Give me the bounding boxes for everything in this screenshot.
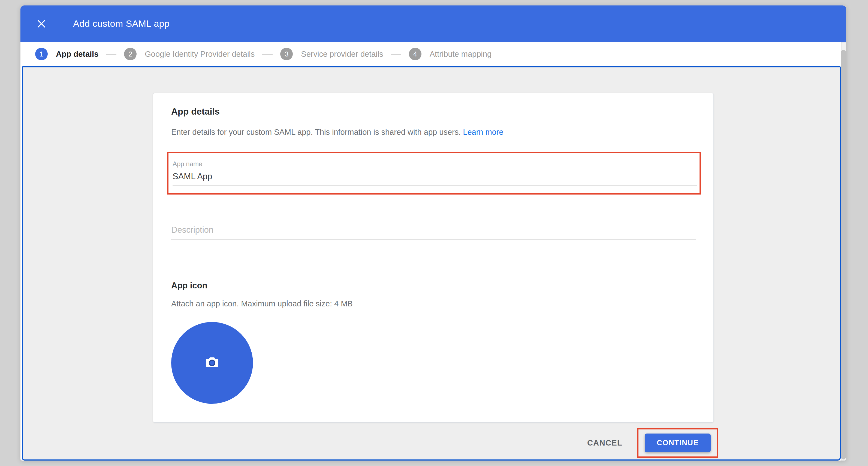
stepper-step-attribute-mapping: 4 Attribute mapping <box>409 48 492 60</box>
description-input[interactable] <box>171 225 696 240</box>
footer-actions: CANCEL CONTINUE <box>587 428 718 458</box>
stepper-separator <box>391 54 401 55</box>
step-label: Google Identity Provider details <box>145 50 255 59</box>
wizard-content-region: App details Enter details for your custo… <box>22 66 841 461</box>
stepper-step-service-provider-details: 3 Service provider details <box>280 48 383 60</box>
section-description-text: Enter details for your custom SAML app. … <box>171 128 461 137</box>
app-icon-description: Attach an app icon. Maximum upload file … <box>171 299 695 308</box>
app-details-card: App details Enter details for your custo… <box>153 93 714 423</box>
app-icon-upload-button[interactable] <box>171 322 253 404</box>
stepper-step-google-idp-details: 2 Google Identity Provider details <box>124 48 255 60</box>
stepper-separator <box>106 54 116 55</box>
section-description: Enter details for your custom SAML app. … <box>171 128 695 137</box>
add-custom-saml-app-dialog: Add custom SAML app 1 App details 2 Goog… <box>21 5 846 461</box>
close-icon[interactable] <box>35 18 48 30</box>
step-number-badge: 4 <box>409 48 422 60</box>
stepper-separator <box>262 54 273 55</box>
app-name-field-label: App name <box>173 160 700 168</box>
step-number-badge: 2 <box>124 48 136 60</box>
camera-icon <box>206 356 219 370</box>
step-label: Attribute mapping <box>430 50 492 59</box>
section-heading-app-details: App details <box>171 107 695 117</box>
section-heading-app-icon: App icon <box>171 281 695 291</box>
annotation-box-app-name: App name <box>167 152 701 195</box>
cancel-button[interactable]: CANCEL <box>587 438 622 447</box>
scrollbar-thumb[interactable] <box>841 50 846 460</box>
dialog-title: Add custom SAML app <box>73 18 169 29</box>
annotation-box-continue: CONTINUE <box>637 428 718 458</box>
step-number-badge: 3 <box>280 48 293 60</box>
step-label: App details <box>56 50 98 59</box>
learn-more-link[interactable]: Learn more <box>463 128 503 137</box>
scrollbar-track[interactable] <box>841 42 846 461</box>
step-number-badge: 1 <box>35 48 48 60</box>
continue-button[interactable]: CONTINUE <box>645 434 711 453</box>
dialog-header: Add custom SAML app <box>21 5 846 42</box>
step-label: Service provider details <box>301 50 383 59</box>
wizard-stepper: 1 App details 2 Google Identity Provider… <box>21 42 841 66</box>
app-name-input[interactable] <box>173 172 698 186</box>
desktop-background: Add custom SAML app 1 App details 2 Goog… <box>0 0 868 466</box>
stepper-step-app-details: 1 App details <box>35 48 98 60</box>
